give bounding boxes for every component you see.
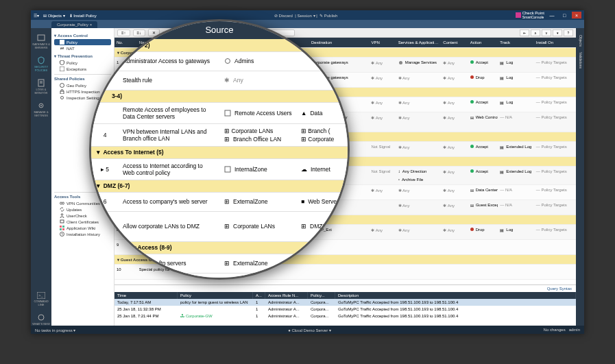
users-icon (230, 60, 235, 65)
table-row[interactable]: 6Access to company's web server ⊞ Extern… (114, 166, 576, 184)
rail-security-policies[interactable]: SECURITY POLICIES (31, 56, 51, 72)
log-row[interactable]: 25 Jan 18, 7:21:44 PM🖧 Corporate-GW1Admi… (114, 313, 576, 319)
table-row[interactable]: 8Customers to ftp servers ⊞ ExternalZone… (114, 224, 576, 239)
rail-gateways[interactable]: GATEWAYS & SERVERS (31, 34, 51, 49)
svg-rect-21 (60, 228, 62, 230)
lock-icon (60, 89, 64, 94)
server-name[interactable]: ● Cloud Demo Server ▾ (75, 328, 543, 332)
sidebar-item-usercheck[interactable]: UserCheck (54, 213, 111, 219)
table-row[interactable]: 7Allow corporate LANs to DMZ ⊞ Corporate… (114, 184, 576, 199)
query-syntax-link[interactable]: Query Syntax (543, 285, 576, 292)
table-row[interactable]: ▸ 5Access to Internet according to Web c… (114, 141, 576, 156)
policy-tab[interactable]: Corporate_Policy × (51, 21, 97, 28)
tasks-status[interactable]: No tasks in progress ▾ (35, 328, 75, 332)
sidebar-item-inspection[interactable]: Inspection Settings (54, 95, 111, 101)
table-row[interactable]: 2Stealth rule ✱ Any Corporate gateways ✱… (114, 72, 576, 87)
sidebar-item-history[interactable]: Installation History (54, 231, 111, 237)
sidebar-item-vpn-comm[interactable]: VPN Communities (54, 200, 111, 206)
log-header: TimePolicyA...Access Rule N...Policy...D… (114, 292, 576, 299)
sidebar-item-appwiki[interactable]: Application Wiki (54, 225, 111, 231)
app-window: ☰▾ ⊞ Objects ▾ ⬇ Install Policy ⊘ Discar… (31, 10, 584, 334)
svg-rect-1 (38, 35, 45, 40)
nav-expand[interactable]: ▾ (553, 29, 562, 36)
rail-logs[interactable]: LOGS & MONITOR (31, 79, 51, 95)
session-area: ⊘ Discard | Session ▾ | ✎ Publish (97, 13, 516, 18)
logs-panel: Query Syntax TimePolicyA...Access Rule N… (114, 284, 576, 326)
svg-rect-20 (62, 226, 64, 228)
search-input[interactable] (213, 29, 295, 36)
maximize-button[interactable]: □ (559, 12, 569, 19)
svg-point-17 (61, 214, 63, 216)
discard-button[interactable]: ⊘ Discard (274, 14, 293, 18)
nav-down[interactable]: ∨ (542, 29, 551, 36)
install-policy-button[interactable]: ⬇ Install Policy (69, 13, 97, 18)
table-row[interactable]: 9Policy for access to Data Center server… (114, 239, 576, 254)
left-nav-rail: GATEWAYS & SERVERS SECURITY POLICIES LOG… (31, 28, 51, 326)
shield-icon (60, 60, 64, 65)
policy-sidebar: ▾ Access Control Policy NAT ▾ Threat Pre… (51, 28, 114, 326)
tools-header: Access Tools (54, 192, 111, 199)
delete-button[interactable]: ✕ (148, 29, 160, 36)
section-row[interactable]: ▾ DMZ (6-7) (114, 156, 576, 166)
rules-grid[interactable]: No.NameSourceDestinationVPNServices & Ap… (114, 38, 576, 284)
nav-up[interactable]: ∧ (531, 29, 540, 36)
svg-rect-18 (60, 220, 64, 223)
table-row[interactable]: ✱ Any ✱ Any ⊞ Guest Exception Layer — N/… (114, 199, 576, 215)
sidebar-item-https[interactable]: HTTPS Inspection (54, 88, 111, 95)
publish-button[interactable]: ✎ Publish (319, 14, 337, 18)
svg-rect-22 (62, 228, 64, 230)
section-row[interactable]: ▾ Corporate NT (1-2) (114, 47, 576, 57)
shared-header[interactable]: Shared Policies (54, 74, 111, 81)
section-row[interactable]: ▾ Access To Internet (5) (114, 132, 576, 141)
close-button[interactable]: × (572, 12, 581, 19)
nat-icon (60, 46, 64, 51)
log-row[interactable]: 25 Jan 18, 11:32:38 PM1Administrator A..… (114, 306, 576, 313)
table-row[interactable]: 10Special policy for temp guest to wirel… (114, 264, 576, 279)
today-label: Today (162, 31, 173, 35)
objects-button[interactable]: ⊞ Objects ▾ (43, 13, 65, 18)
sidebar-item-certs[interactable]: Client Certificates (54, 219, 111, 225)
svg-rect-26 (231, 101, 234, 104)
users-icon (230, 100, 235, 105)
menu-icon[interactable]: ☰▾ (34, 13, 39, 18)
nav-help[interactable]: ? (564, 29, 573, 36)
right-tab-objects[interactable]: Objects (576, 32, 584, 49)
sidebar-item-nat[interactable]: NAT (54, 45, 111, 51)
history-icon (60, 232, 64, 236)
section-row[interactable]: ▾ Guest Access Grant (10) (114, 254, 576, 264)
svg-point-9 (38, 315, 44, 320)
minimize-button[interactable]: — (547, 12, 557, 19)
policy-tab-strip: Corporate_Policy × (31, 20, 584, 28)
sidebar-item-policy[interactable]: Policy (54, 39, 111, 45)
sidebar-item-threat-policy[interactable]: Policy (54, 60, 111, 66)
globe-icon (60, 83, 64, 88)
section-row[interactable]: ▾ Data Center Access (8-9) (114, 215, 576, 224)
sidebar-item-geo[interactable]: Geo Policy (54, 82, 111, 88)
right-tab-validations[interactable]: Validations (576, 49, 584, 71)
gear-icon (60, 95, 64, 100)
log-row[interactable]: Today, 7:17:51 AMpolicy for temp guest t… (114, 299, 576, 306)
user-name[interactable]: admin (569, 328, 580, 332)
table-row[interactable]: 4VPN between Internal LANs and Branch of… (114, 112, 576, 132)
add-above-button[interactable]: ≡↑ (117, 29, 130, 36)
table-row[interactable]: 1Administrator Access to gateways Admins… (114, 57, 576, 72)
svg-rect-13 (60, 91, 64, 94)
rail-whatsnew[interactable]: WHAT'S NEW (32, 313, 49, 326)
table-row[interactable]: 3Remote Access of employees to Data Cent… (114, 97, 576, 112)
grid-icon (60, 226, 64, 230)
section-row[interactable]: ▾ VPN (3-4) (114, 87, 576, 97)
vpn-icon (60, 201, 64, 206)
svg-point-14 (61, 97, 64, 99)
rail-manage[interactable]: MANAGE & SETTINGS (31, 101, 51, 117)
actions-button[interactable]: ✎ Actions ▾ (180, 29, 210, 36)
nav-first[interactable]: ⇤ (520, 29, 529, 36)
threat-header[interactable]: ▾ Threat Prevention (54, 53, 111, 58)
svg-point-24 (231, 61, 234, 64)
svg-point-6 (40, 105, 42, 106)
sidebar-item-updates[interactable]: Updates (54, 206, 111, 213)
sidebar-item-exceptions[interactable]: Exceptions (54, 66, 111, 72)
access-control-header[interactable]: ▾ Access Control (54, 33, 111, 38)
status-bar: No tasks in progress ▾ ● Cloud Demo Serv… (31, 326, 584, 334)
rail-cli[interactable]: >_COMMAND LINE (31, 292, 51, 306)
add-below-button[interactable]: ≡↓ (133, 29, 146, 36)
